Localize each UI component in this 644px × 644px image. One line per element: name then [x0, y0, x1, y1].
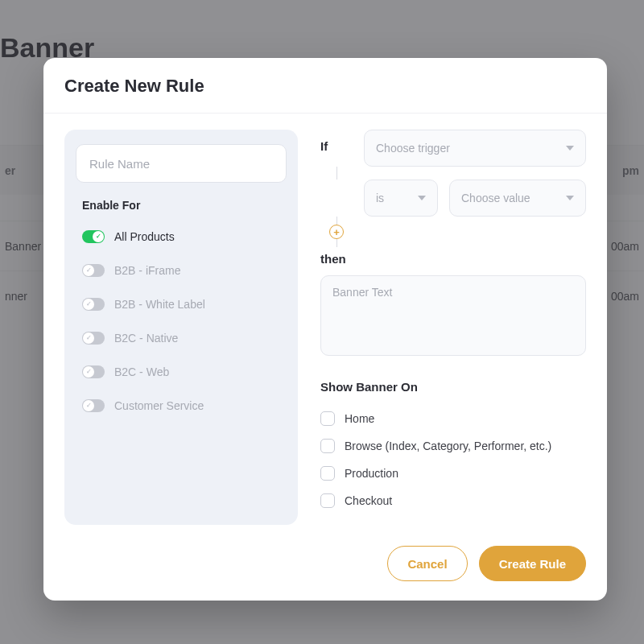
- trigger-select[interactable]: Choose trigger: [364, 130, 586, 167]
- chevron-down-icon: [566, 146, 574, 151]
- product-toggle-all-products[interactable]: ✓ All Products: [79, 223, 283, 250]
- trigger-select-placeholder: Choose trigger: [376, 142, 450, 155]
- show-on-option-home[interactable]: Home: [320, 405, 586, 432]
- show-on-option-checkout[interactable]: Checkout: [320, 487, 586, 514]
- show-on-option-label: Browse (Index, Category, Performer, etc.…: [345, 440, 551, 452]
- product-toggle-b2b-white-label[interactable]: ✓ B2B - White Label: [79, 291, 283, 318]
- product-toggle-label: B2C - Web: [114, 365, 169, 378]
- enable-for-group: Enable For ✓ All Products ✓ B2B - iFrame…: [76, 199, 287, 419]
- banner-text-input[interactable]: [320, 275, 586, 356]
- check-icon: ✓: [86, 402, 92, 409]
- toggle-switch[interactable]: ✓: [82, 399, 105, 412]
- if-connector-1: [320, 167, 586, 180]
- modal-footer: Cancel Create Rule: [43, 531, 607, 601]
- check-icon: ✓: [86, 335, 92, 341]
- product-toggle-label: All Products: [114, 230, 175, 243]
- modal-title: Create New Rule: [64, 76, 586, 97]
- modal-body: Enable For ✓ All Products ✓ B2B - iFrame…: [43, 114, 607, 531]
- cancel-button[interactable]: Cancel: [387, 546, 467, 581]
- toggle-switch[interactable]: ✓: [82, 332, 105, 345]
- show-on-option-browse[interactable]: Browse (Index, Category, Performer, etc.…: [320, 432, 586, 460]
- check-icon: ✓: [86, 369, 92, 375]
- flow-connector-line: [336, 217, 337, 225]
- product-toggle-label: B2B - iFrame: [114, 264, 180, 277]
- product-toggle-b2b-iframe[interactable]: ✓ B2B - iFrame: [79, 257, 283, 284]
- operator-select[interactable]: is: [364, 180, 438, 217]
- add-condition-row: +: [320, 217, 586, 247]
- flow-connector-line: [336, 239, 337, 247]
- toggle-switch[interactable]: ✓: [82, 264, 105, 277]
- show-banner-on-group: Show Banner On Home Browse (Index, Categ…: [320, 380, 586, 514]
- chevron-down-icon: [566, 196, 574, 200]
- checkbox-icon[interactable]: [320, 466, 335, 481]
- show-on-option-label: Checkout: [345, 494, 392, 507]
- if-keyword: If: [320, 130, 353, 153]
- checkbox-icon[interactable]: [320, 439, 335, 453]
- modal-header: Create New Rule: [43, 58, 607, 114]
- toggle-switch[interactable]: ✓: [82, 298, 105, 311]
- then-block: then: [320, 252, 586, 359]
- then-keyword: then: [320, 252, 586, 266]
- chevron-down-icon: [418, 196, 426, 200]
- show-on-option-production[interactable]: Production: [320, 460, 586, 487]
- check-icon: ✓: [96, 233, 101, 240]
- checkbox-icon[interactable]: [320, 411, 335, 426]
- create-rule-modal: Create New Rule Enable For ✓ All Product…: [43, 58, 607, 601]
- flow-connector-line: [336, 167, 337, 180]
- check-icon: ✓: [86, 301, 92, 308]
- toggle-switch[interactable]: ✓: [82, 230, 105, 243]
- create-rule-button[interactable]: Create Rule: [479, 546, 586, 581]
- product-toggle-b2c-native[interactable]: ✓ B2C - Native: [79, 324, 283, 352]
- value-select-placeholder: Choose value: [461, 192, 530, 204]
- product-toggle-customer-service[interactable]: ✓ Customer Service: [79, 392, 283, 419]
- plus-icon: +: [333, 227, 340, 237]
- checkbox-icon[interactable]: [320, 493, 335, 508]
- add-condition-button[interactable]: +: [329, 225, 344, 239]
- rule-name-input[interactable]: [76, 144, 287, 183]
- if-condition-row: is Choose value: [320, 180, 586, 217]
- toggle-switch[interactable]: ✓: [82, 365, 105, 378]
- rule-meta-panel: Enable For ✓ All Products ✓ B2B - iFrame…: [64, 130, 298, 525]
- value-select[interactable]: Choose value: [449, 180, 586, 217]
- rule-definition-panel: If Choose trigger is Choo: [320, 130, 586, 525]
- product-toggle-label: Customer Service: [114, 399, 204, 412]
- show-on-option-label: Production: [345, 467, 398, 480]
- show-banner-on-label: Show Banner On: [320, 380, 586, 394]
- check-icon: ✓: [86, 267, 92, 274]
- if-trigger-row: If Choose trigger: [320, 130, 586, 167]
- operator-select-placeholder: is: [376, 192, 384, 204]
- product-toggle-label: B2B - White Label: [114, 298, 205, 311]
- enable-for-label: Enable For: [82, 199, 283, 212]
- show-on-option-label: Home: [345, 412, 374, 425]
- product-toggle-b2c-web[interactable]: ✓ B2C - Web: [79, 358, 283, 386]
- product-toggle-label: B2C - Native: [114, 332, 178, 345]
